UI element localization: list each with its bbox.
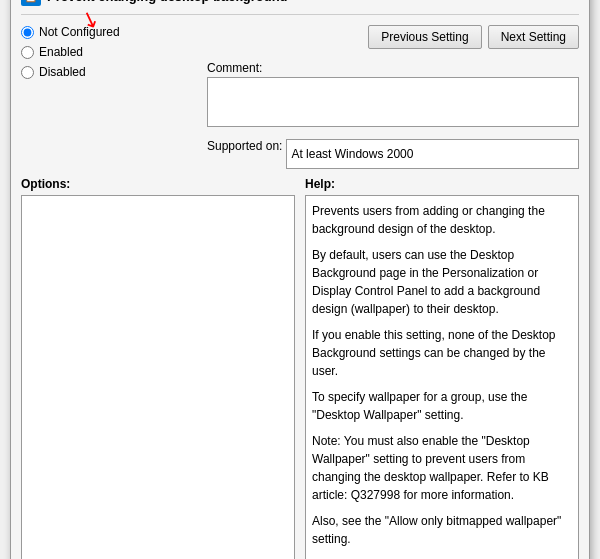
not-configured-radio[interactable] [21, 26, 34, 39]
enabled-option[interactable]: Enabled [21, 45, 207, 59]
previous-setting-button[interactable]: Previous Setting [368, 25, 481, 49]
nav-buttons: Previous Setting Next Setting [368, 25, 579, 49]
right-panel: Previous Setting Next Setting Comment: S… [207, 25, 579, 169]
radio-group: ↘ Not Configured Enabled Disabled [21, 25, 207, 79]
enabled-label: Enabled [39, 45, 83, 59]
options-section: Options: [21, 177, 295, 559]
help-paragraph: To specify wallpaper for a group, use th… [312, 388, 572, 424]
bottom-sections: Options: Help: Prevents users from addin… [21, 177, 579, 559]
help-section: Help: Prevents users from adding or chan… [305, 177, 579, 559]
top-row: ↘ Not Configured Enabled Disabled [21, 25, 579, 169]
enabled-radio[interactable] [21, 46, 34, 59]
comment-label: Comment: [207, 61, 579, 75]
supported-label: Supported on: [207, 139, 282, 153]
options-label: Options: [21, 177, 295, 191]
help-paragraph: By default, users can use the Desktop Ba… [312, 246, 572, 318]
policy-title: Prevent changing desktop background [47, 0, 288, 4]
help-paragraph: Note: You must also enable the "Desktop … [312, 432, 572, 504]
supported-section: Supported on: At least Windows 2000 [207, 139, 579, 169]
help-label: Help: [305, 177, 579, 191]
help-paragraph: Also, see the "Allow only bitmapped wall… [312, 512, 572, 548]
help-content: Prevents users from adding or changing t… [305, 195, 579, 559]
comment-textarea[interactable] [207, 77, 579, 127]
help-paragraph: If you enable this setting, none of the … [312, 326, 572, 380]
window-body: 📋 Prevent changing desktop background ↘ … [11, 0, 589, 559]
disabled-option[interactable]: Disabled [21, 65, 207, 79]
main-window: 📋 Prevent changing desktop background ─ … [10, 0, 590, 559]
policy-header: 📋 Prevent changing desktop background [21, 0, 579, 15]
comment-section: Comment: [207, 61, 579, 127]
not-configured-label: Not Configured [39, 25, 120, 39]
supported-text: At least Windows 2000 [291, 147, 413, 161]
disabled-label: Disabled [39, 65, 86, 79]
disabled-radio[interactable] [21, 66, 34, 79]
next-setting-button[interactable]: Next Setting [488, 25, 579, 49]
not-configured-option[interactable]: Not Configured [21, 25, 207, 39]
help-paragraph: Prevents users from adding or changing t… [312, 202, 572, 238]
options-box [21, 195, 295, 559]
policy-icon: 📋 [21, 0, 41, 6]
supported-value: At least Windows 2000 [286, 139, 579, 169]
